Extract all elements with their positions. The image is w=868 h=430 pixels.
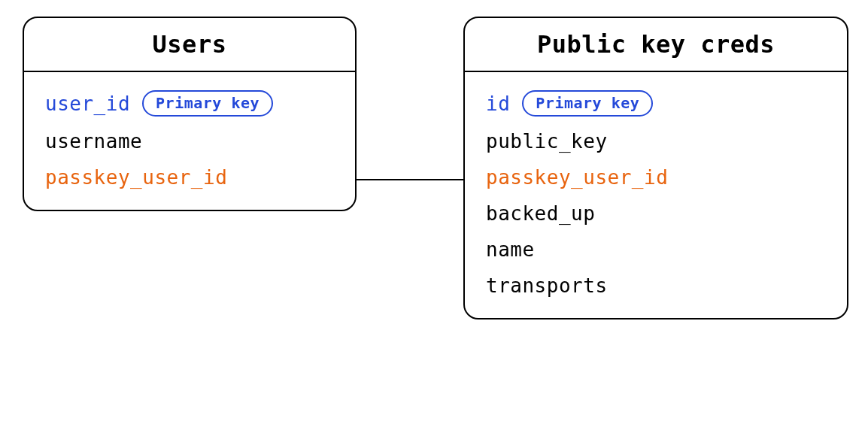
field-passkey-user-id: passkey_user_id xyxy=(45,166,227,189)
primary-key-badge: Primary key xyxy=(522,90,653,117)
entity-creds-title: Public key creds xyxy=(480,30,832,59)
field-row: name xyxy=(486,238,826,261)
field-row: username xyxy=(45,130,334,153)
field-row: public_key xyxy=(486,130,826,153)
entity-creds-body: id Primary key public_key passkey_user_i… xyxy=(465,72,847,318)
entity-users: Users user_id Primary key username passk… xyxy=(23,17,357,211)
field-row: passkey_user_id xyxy=(45,166,334,189)
entity-public-key-creds: Public key creds id Primary key public_k… xyxy=(463,17,848,319)
field-public-key: public_key xyxy=(486,130,608,153)
field-passkey-user-id: passkey_user_id xyxy=(486,166,668,189)
field-user-id: user_id xyxy=(45,92,130,115)
field-transports: transports xyxy=(486,274,608,297)
primary-key-badge: Primary key xyxy=(142,90,273,117)
relationship-connector xyxy=(357,179,463,180)
entity-users-title: Users xyxy=(39,30,340,59)
field-backed-up: backed_up xyxy=(486,202,595,225)
field-id: id xyxy=(486,92,510,115)
field-name: name xyxy=(486,238,535,261)
entity-creds-header: Public key creds xyxy=(465,18,847,72)
field-row: user_id Primary key xyxy=(45,90,334,117)
entity-users-header: Users xyxy=(24,18,355,72)
field-row: transports xyxy=(486,274,826,297)
entity-users-body: user_id Primary key username passkey_use… xyxy=(24,72,355,210)
field-row: passkey_user_id xyxy=(486,166,826,189)
field-row: backed_up xyxy=(486,202,826,225)
field-row: id Primary key xyxy=(486,90,826,117)
field-username: username xyxy=(45,130,142,153)
